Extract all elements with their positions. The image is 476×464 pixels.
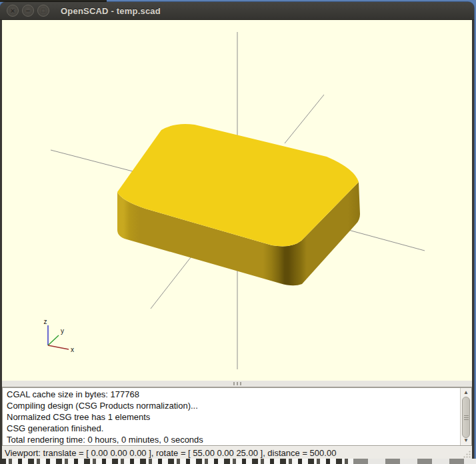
viewport-3d[interactable]: z y x <box>2 20 472 381</box>
statusbar-viewport-text: Viewport: translate = [ 0.00 0.00 0.00 ]… <box>5 448 336 458</box>
axis-indicator-y-label: y <box>61 327 64 335</box>
scroll-up-icon[interactable]: ▲ <box>461 389 471 397</box>
window-client-area: z y x CGAL cache size in bytes: 177768 C… <box>2 20 472 459</box>
console-line: CSG generation finished. <box>7 423 471 434</box>
console-splitter[interactable] <box>2 381 472 387</box>
desktop: { "desktop": { "background_color": "#5B8… <box>0 0 476 464</box>
background-window-strip <box>0 459 476 464</box>
console-line: CGAL cache size in bytes: 177768 <box>7 389 471 400</box>
titlebar[interactable]: × − □ OpenSCAD - temp.scad <box>0 2 474 20</box>
minimize-button[interactable]: − <box>22 5 34 17</box>
console-panel[interactable]: CGAL cache size in bytes: 177768 Compili… <box>2 387 472 446</box>
window-title: OpenSCAD - temp.scad <box>61 6 161 16</box>
console-line: Total rendering time: 0 hours, 0 minutes… <box>7 434 471 445</box>
viewport-canvas: z y x <box>2 20 472 381</box>
axis-indicator-z-label: z <box>44 318 47 325</box>
console-log: CGAL cache size in bytes: 177768 Compili… <box>3 388 471 445</box>
close-button[interactable]: × <box>7 5 19 17</box>
statusbar: Viewport: translate = [ 0.00 0.00 0.00 ]… <box>2 446 472 459</box>
console-line: Compiling design (CSG Products normaliza… <box>7 400 471 411</box>
background-window-fragments <box>0 459 353 464</box>
splitter-handle-icon <box>233 382 241 385</box>
background-window-fragments <box>353 459 476 464</box>
axis-indicator-x-label: x <box>71 346 74 353</box>
console-scrollbar[interactable]: ▲ ▼ <box>460 388 471 445</box>
resize-grip-icon[interactable] <box>463 450 471 459</box>
openscad-window: × − □ OpenSCAD - temp.scad <box>0 2 474 459</box>
scrollbar-thumb[interactable] <box>462 397 470 438</box>
maximize-button[interactable]: □ <box>37 5 49 17</box>
scroll-down-icon[interactable]: ▼ <box>461 437 471 445</box>
console-line: Normalized CSG tree has 1 elements <box>7 411 471 423</box>
